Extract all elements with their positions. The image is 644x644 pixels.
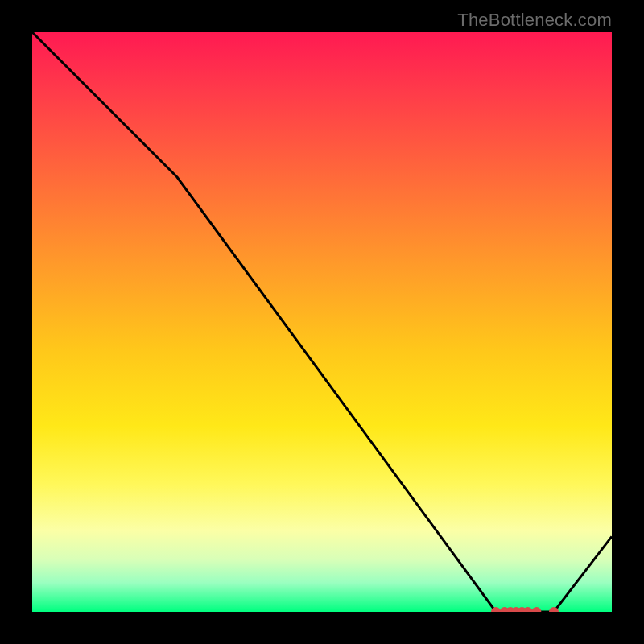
line-series-curve — [32, 32, 612, 612]
chart-frame: TheBottleneck.com — [0, 0, 644, 644]
attribution-text: TheBottleneck.com — [457, 10, 612, 31]
data-point-marker — [531, 607, 541, 612]
plot-area — [32, 32, 612, 612]
chart-svg — [32, 32, 612, 612]
